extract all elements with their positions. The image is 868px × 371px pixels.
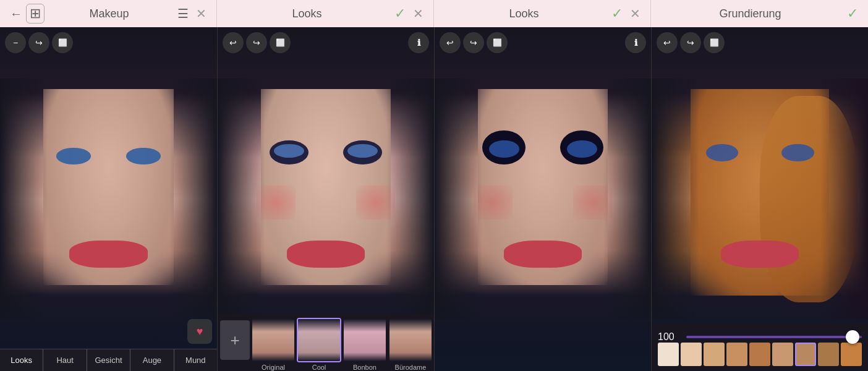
- swatch-2[interactable]: [704, 343, 725, 366]
- look-original[interactable]: Original: [251, 318, 296, 371]
- image-panels: − ↪ ⬜ ♥ Looks Haut Gesicht Auge Mund: [0, 27, 868, 371]
- look-burodame-img: [388, 318, 433, 362]
- looks-strip-2: + Original Cool: [218, 314, 434, 371]
- face-image-1: [0, 27, 217, 371]
- close-button-2[interactable]: ✕: [409, 4, 427, 23]
- close-button-1[interactable]: ✕: [192, 4, 210, 23]
- back-button[interactable]: ←: [6, 4, 26, 23]
- top-bars: ← ⊞ Makeup ☰ ✕ Looks ✓ ✕ Looks ✓ ✕ Grund…: [0, 0, 868, 27]
- look-bonbon-label: Bonbon: [353, 364, 377, 371]
- panel-2-controls-left: ↩ ↪ ⬜: [223, 32, 291, 53]
- eye-right-3: [567, 140, 597, 158]
- undo-button-4[interactable]: ↩: [657, 32, 678, 53]
- check-button-2[interactable]: ✓: [608, 3, 626, 24]
- panel-original: − ↪ ⬜ ♥ Looks Haut Gesicht Auge Mund: [0, 27, 217, 371]
- crop-button-4[interactable]: ⬜: [704, 32, 725, 53]
- look-cool[interactable]: Cool: [297, 318, 341, 371]
- opacity-slider-row: 100: [658, 331, 862, 343]
- panel-3-controls-right: ℹ: [625, 32, 646, 53]
- looks-title-1: Looks: [223, 7, 391, 20]
- lips-2: [287, 241, 365, 268]
- undo-button-3[interactable]: ↩: [440, 32, 461, 53]
- crop-button-3[interactable]: ⬜: [487, 32, 508, 53]
- tab-gesicht[interactable]: Gesicht: [87, 349, 130, 371]
- swatch-1[interactable]: [681, 343, 702, 366]
- lips-3: [504, 241, 582, 268]
- look-bonbon-face: [344, 319, 386, 361]
- slider-thumb[interactable]: [846, 330, 859, 344]
- header-looks-1: Looks ✓ ✕: [217, 0, 434, 27]
- main-content: − ↪ ⬜ ♥ Looks Haut Gesicht Auge Mund: [0, 27, 868, 371]
- panel-2-controls-right: ℹ: [408, 32, 429, 53]
- hair-left-1: [0, 79, 48, 319]
- clothing-3: [435, 302, 651, 371]
- menu-button[interactable]: ☰: [174, 4, 192, 23]
- info-button-3[interactable]: ℹ: [625, 32, 646, 53]
- look-original-face: [252, 319, 294, 361]
- swatch-7[interactable]: [818, 343, 839, 366]
- slider-value: 100: [658, 331, 680, 343]
- crop-button-1[interactable]: ⬜: [52, 32, 73, 53]
- bottom-tabs: Looks Haut Gesicht Auge Mund: [0, 349, 217, 371]
- eye-right-4: [781, 144, 814, 161]
- tab-haut[interactable]: Haut: [43, 349, 87, 371]
- look-burodame-face: [389, 319, 432, 361]
- close-button-3[interactable]: ✕: [626, 4, 644, 23]
- swatch-3[interactable]: [726, 343, 747, 366]
- look-original-label: Original: [262, 364, 285, 371]
- info-button-2[interactable]: ℹ: [408, 32, 429, 53]
- look-cool-img: [297, 318, 341, 362]
- panel-4-controls: ↩ ↪ ⬜: [657, 32, 725, 53]
- look-original-img: [251, 318, 296, 362]
- hair-left-3: [435, 79, 482, 319]
- header-makeup: ← ⊞ Makeup ☰ ✕: [0, 0, 217, 27]
- hair-right-4: [820, 79, 868, 319]
- look-cool-label: Cool: [312, 364, 326, 371]
- header-grundierung: Grundierung ✓: [651, 0, 868, 27]
- swatch-0[interactable]: [658, 343, 679, 366]
- swatch-6[interactable]: [795, 343, 816, 366]
- foundation-controls: 100: [652, 324, 868, 371]
- check-button-3[interactable]: ✓: [843, 3, 862, 24]
- hair-left-4: [652, 79, 699, 319]
- tab-looks[interactable]: Looks: [0, 349, 43, 371]
- look-bonbon[interactable]: Bonbon: [343, 318, 387, 371]
- hair-right-3: [603, 79, 651, 319]
- crop-button-2[interactable]: ⬜: [270, 32, 291, 53]
- look-burodame-label: Bürodame: [395, 364, 427, 371]
- eye-left-3: [489, 140, 519, 158]
- tab-mund[interactable]: Mund: [174, 349, 217, 371]
- hair-left-2: [218, 79, 265, 319]
- slider-track[interactable]: [686, 336, 862, 338]
- add-look-button[interactable]: +: [220, 320, 250, 360]
- panel-3-controls-left: ↩ ↪ ⬜: [440, 32, 508, 53]
- lips-1: [69, 241, 147, 268]
- redo-button-4[interactable]: ↪: [680, 32, 701, 53]
- heart-button[interactable]: ♥: [187, 319, 212, 344]
- looks-title-2: Looks: [440, 7, 608, 20]
- eye-right-1: [126, 148, 161, 165]
- swatch-8[interactable]: [841, 343, 862, 366]
- look-bonbon-img: [343, 318, 387, 362]
- grid-icon-button[interactable]: ⊞: [26, 4, 45, 23]
- hair-right-2: [386, 79, 434, 319]
- undo-button-2[interactable]: ↩: [223, 32, 244, 53]
- color-swatches: [658, 343, 862, 366]
- makeup-title: Makeup: [45, 7, 174, 20]
- hair-right-1: [169, 79, 217, 319]
- redo-button-1[interactable]: ↪: [28, 32, 49, 53]
- eye-left-4: [706, 144, 739, 161]
- panel-grundierung: ↩ ↪ ⬜ 100: [651, 27, 868, 371]
- look-burodame[interactable]: Bürodame: [388, 318, 433, 371]
- undo-button-1[interactable]: −: [5, 32, 26, 53]
- grundierung-title: Grundierung: [657, 7, 843, 20]
- redo-button-3[interactable]: ↪: [463, 32, 484, 53]
- tab-auge[interactable]: Auge: [130, 349, 174, 371]
- face-image-4: [652, 27, 868, 371]
- face-image-3: [435, 27, 651, 371]
- panel-looks-1: ↩ ↪ ⬜ ℹ + Original: [217, 27, 434, 371]
- redo-button-2[interactable]: ↪: [246, 32, 267, 53]
- swatch-4[interactable]: [749, 343, 770, 366]
- swatch-5[interactable]: [772, 343, 793, 366]
- check-button-1[interactable]: ✓: [391, 3, 409, 24]
